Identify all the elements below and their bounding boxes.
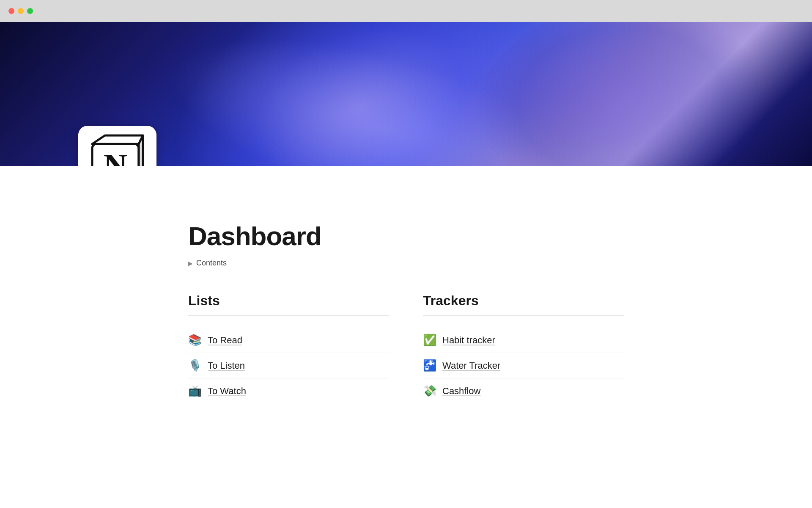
list-item-habit-tracker[interactable]: ✅ Habit tracker [423, 328, 624, 353]
trackers-divider [423, 315, 624, 316]
list-item-to-listen[interactable]: 🎙️ To Listen [188, 353, 389, 378]
columns-container: Lists 📚 To Read 🎙️ To Listen 📺 To Watch … [188, 293, 624, 403]
close-button[interactable] [8, 8, 14, 14]
page-content: Dashboard ▶ Contents Lists 📚 To Read 🎙️ … [110, 166, 702, 403]
notion-icon: N [85, 132, 150, 166]
minimize-button[interactable] [18, 8, 24, 14]
water-tracker-icon: 🚰 [423, 359, 436, 372]
list-item-water-tracker[interactable]: 🚰 Water Tracker [423, 353, 624, 378]
notion-logo: N [78, 126, 156, 166]
svg-marker-1 [92, 135, 143, 144]
contents-label: Contents [196, 259, 227, 268]
to-watch-icon: 📺 [188, 384, 202, 398]
to-watch-label: To Watch [208, 386, 246, 397]
cashflow-label: Cashflow [442, 386, 480, 397]
list-item-to-watch[interactable]: 📺 To Watch [188, 378, 389, 403]
titlebar [0, 0, 812, 22]
hero-wave-1 [114, 22, 648, 166]
trackers-column: Trackers ✅ Habit tracker 🚰 Water Tracker… [423, 293, 624, 403]
habit-tracker-label: Habit tracker [442, 335, 495, 346]
contents-toggle[interactable]: ▶ Contents [188, 259, 624, 268]
list-item-cashflow[interactable]: 💸 Cashflow [423, 378, 624, 403]
habit-tracker-icon: ✅ [423, 334, 436, 347]
cashflow-icon: 💸 [423, 384, 436, 398]
to-read-icon: 📚 [188, 334, 202, 347]
lists-column: Lists 📚 To Read 🎙️ To Listen 📺 To Watch [188, 293, 389, 403]
trackers-heading: Trackers [423, 293, 624, 309]
hero-wave-2 [389, 22, 727, 166]
to-listen-icon: 🎙️ [188, 359, 202, 372]
toggle-arrow-icon: ▶ [188, 260, 193, 267]
hero-banner: N [0, 22, 812, 166]
to-read-label: To Read [208, 335, 242, 346]
maximize-button[interactable] [27, 8, 33, 14]
lists-heading: Lists [188, 293, 389, 309]
list-item-to-read[interactable]: 📚 To Read [188, 328, 389, 353]
svg-text:N: N [104, 147, 127, 166]
water-tracker-label: Water Tracker [442, 360, 500, 371]
to-listen-label: To Listen [208, 360, 245, 371]
page-title: Dashboard [188, 221, 624, 251]
lists-divider [188, 315, 389, 316]
